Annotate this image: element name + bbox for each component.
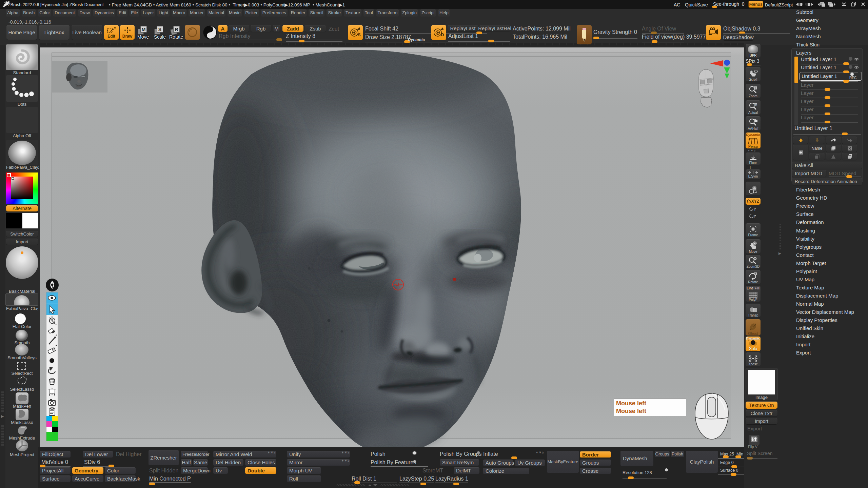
svg-text:S: S [358, 32, 361, 37]
svg-text:D: D [441, 32, 444, 37]
svg-text:x1: x1 [754, 103, 757, 106]
